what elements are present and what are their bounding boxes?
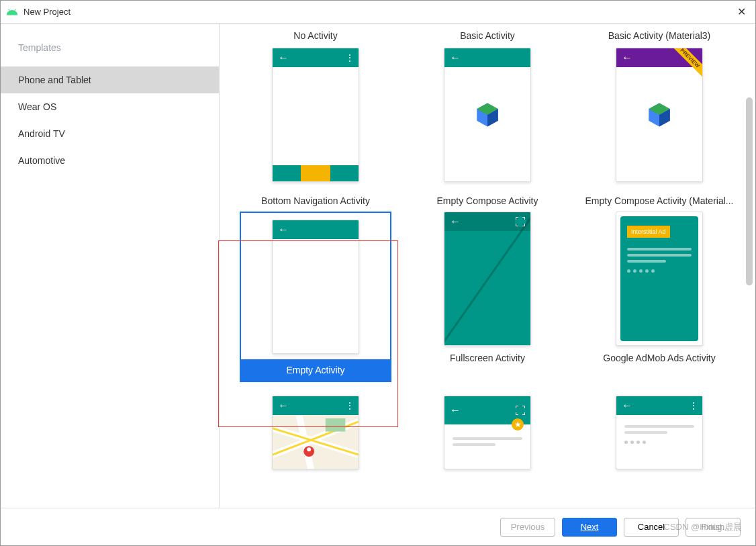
template-preview: ← [272,220,359,354]
template-admob-activity[interactable]: Interstitial Ad Google AdMob Ads Activit… [583,212,735,382]
template-label: Basic Activity [460,30,515,41]
previous-button: Previous [500,518,555,537]
back-arrow-icon: ← [450,404,461,416]
sidebar-item-android-tv[interactable]: Android TV [1,120,219,147]
template-preview: ← [444,212,531,346]
template-empty-compose[interactable]: Empty Compose Activity [412,195,563,213]
template-empty-compose-m3[interactable]: Empty Compose Activity (Material... [583,195,735,213]
template-preview: ←⋮ [272,48,359,182]
android-icon [6,6,18,18]
back-arrow-icon: ← [622,400,632,412]
overflow-icon: ⋮ [689,400,697,411]
scrollbar[interactable] [746,97,753,285]
template-fullscreen-activity[interactable]: ← Fullscreen Activity [412,212,563,382]
template-preview: ←⋮ [616,396,703,469]
template-label: Bottom Navigation Activity [261,195,370,206]
back-arrow-icon: ← [450,52,461,64]
titlebar: New Project ✕ [1,1,755,24]
template-maps-activity[interactable]: ←⋮ [240,396,391,469]
back-arrow-icon: ← [450,216,461,228]
template-label: Empty Compose Activity (Material... [585,195,734,206]
overflow-icon: ⋮ [345,52,353,63]
template-preview: ← [444,48,531,182]
template-label: Empty Compose Activity [437,195,538,206]
template-panel: No Activity ←⋮ Basic Activity ← Basic Ac… [220,24,755,508]
next-button[interactable]: Next [562,518,617,537]
compose-logo-icon [645,101,673,129]
template-no-activity[interactable]: No Activity ←⋮ [240,30,391,182]
svg-point-9 [307,447,311,451]
template-empty-activity[interactable]: ← Empty Activity [240,212,391,382]
sidebar-item-wear-os[interactable]: Wear OS [1,93,219,120]
template-preview: ← PREVIEW [616,48,703,182]
template-label: Empty Activity [241,359,390,381]
sidebar-heading: Templates [1,42,219,66]
template-login-activity[interactable]: ← ★ [412,396,563,469]
close-icon[interactable]: ✕ [733,5,750,18]
overflow-icon: ⋮ [345,400,353,411]
sidebar: Templates Phone and Tablet Wear OS Andro… [1,24,220,508]
template-preview: ← ★ [444,396,531,469]
fullscreen-icon [516,217,525,226]
back-arrow-icon: ← [278,52,289,64]
fab-star-icon: ★ [512,418,524,430]
fullscreen-icon [516,406,525,415]
template-basic-activity-m3[interactable]: Basic Activity (Material3) ← PREVIEW [583,30,735,182]
interstitial-ad-badge: Interstitial Ad [627,226,670,238]
template-basic-activity[interactable]: Basic Activity ← [412,30,563,182]
compose-logo-icon [473,101,502,129]
template-bottom-navigation[interactable]: Bottom Navigation Activity [240,195,391,213]
template-preview: ←⋮ [272,396,359,469]
sidebar-item-automotive[interactable]: Automotive [1,147,219,174]
back-arrow-icon: ← [278,400,289,412]
template-drawer-activity[interactable]: ←⋮ [583,396,735,469]
back-arrow-icon: ← [278,224,289,236]
template-label: Google AdMob Ads Activity [603,353,715,363]
svg-rect-7 [326,418,346,432]
back-arrow-icon: ← [622,52,632,64]
template-preview: Interstitial Ad [616,212,703,346]
sidebar-item-phone-tablet[interactable]: Phone and Tablet [1,66,219,93]
window-title: New Project [23,7,733,17]
wizard-footer: Previous Next Cancel Finish [1,508,755,545]
cancel-button[interactable]: Cancel [624,518,679,537]
finish-button: Finish [686,518,741,537]
template-label: Basic Activity (Material3) [608,30,710,41]
template-label: Fullscreen Activity [450,353,525,363]
template-label: No Activity [293,30,337,41]
